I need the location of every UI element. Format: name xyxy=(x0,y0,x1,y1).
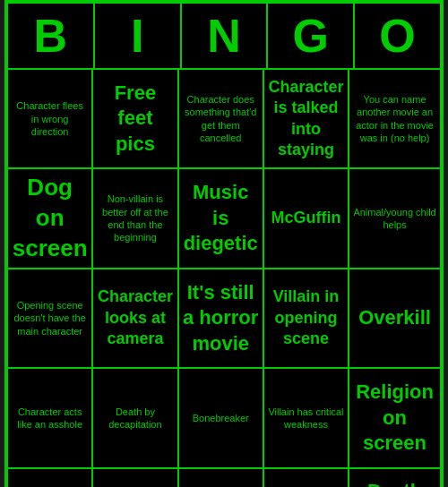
bingo-letter-N: N xyxy=(181,3,268,69)
bingo-cell-1[interactable]: Free feet pics xyxy=(92,69,177,168)
bingo-header: BINGO xyxy=(7,3,441,69)
bingo-cell-17[interactable]: Bonebreaker xyxy=(178,368,263,467)
bingo-cell-14[interactable]: Overkill xyxy=(349,269,441,368)
cell-text-4: You can name another movie an actor in t… xyxy=(353,93,436,144)
bingo-cell-2[interactable]: Character does something that'd get them… xyxy=(178,69,263,168)
bingo-cell-19[interactable]: Religion on screen xyxy=(349,368,441,467)
cell-text-18: Villain has critical weakness xyxy=(268,406,344,431)
cell-text-6: Non-villain is better off at the end tha… xyxy=(97,192,173,244)
bingo-letter-O: O xyxy=(354,3,441,69)
bingo-grid: Character flees in wrong directionFree f… xyxy=(7,69,441,487)
cell-text-5: Dog on screen xyxy=(12,173,88,263)
bingo-cell-22[interactable]: Death by poison/venom xyxy=(178,468,263,487)
bingo-card: BINGO Character flees in wrong direction… xyxy=(4,0,444,487)
bingo-cell-21[interactable]: Cut away from violence xyxy=(92,468,177,487)
cell-text-13: Villain in opening scene xyxy=(268,286,344,349)
bingo-letter-G: G xyxy=(267,3,354,69)
bingo-cell-12[interactable]: It's still a horror movie xyxy=(178,269,263,368)
cell-text-11: Character looks at camera xyxy=(97,286,173,349)
bingo-cell-15[interactable]: Character acts like an asshole xyxy=(7,368,92,467)
bingo-cell-24[interactable]: Death by shooting xyxy=(349,468,441,487)
bingo-letter-I: I xyxy=(94,3,181,69)
bingo-cell-4[interactable]: You can name another movie an actor in t… xyxy=(349,69,441,168)
bingo-cell-7[interactable]: Music is diegetic xyxy=(178,168,263,268)
bingo-cell-8[interactable]: McGuffin xyxy=(263,168,349,268)
bingo-cell-13[interactable]: Villain in opening scene xyxy=(263,269,349,368)
cell-text-14: Overkill xyxy=(358,305,431,331)
bingo-cell-9[interactable]: Animal/young child helps xyxy=(349,168,441,268)
bingo-cell-23[interactable]: Writer's barely disguised fetish xyxy=(263,468,349,487)
bingo-cell-10[interactable]: Opening scene doesn't have the main char… xyxy=(7,269,92,368)
bingo-cell-20[interactable]: Comedic fat guy xyxy=(7,468,92,487)
cell-text-19: Religion on screen xyxy=(353,380,436,457)
bingo-letter-B: B xyxy=(7,3,94,69)
cell-text-3: Character is talked into staying xyxy=(268,77,344,161)
bingo-cell-0[interactable]: Character flees in wrong direction xyxy=(7,69,92,168)
bingo-cell-6[interactable]: Non-villain is better off at the end tha… xyxy=(92,168,177,268)
cell-text-17: Bonebreaker xyxy=(193,412,249,424)
bingo-cell-3[interactable]: Character is talked into staying xyxy=(263,69,349,168)
cell-text-12: It's still a horror movie xyxy=(183,280,259,357)
cell-text-0: Character flees in wrong direction xyxy=(12,99,88,138)
cell-text-1: Free feet pics xyxy=(97,81,173,158)
cell-text-16: Death by decapitation xyxy=(97,406,173,431)
cell-text-7: Music is diegetic xyxy=(183,180,259,257)
bingo-cell-11[interactable]: Character looks at camera xyxy=(92,269,177,368)
cell-text-9: Animal/young child helps xyxy=(353,206,436,232)
cell-text-2: Character does something that'd get them… xyxy=(183,93,259,144)
bingo-cell-16[interactable]: Death by decapitation xyxy=(92,368,177,467)
bingo-cell-18[interactable]: Villain has critical weakness xyxy=(263,368,349,467)
cell-text-24: Death by shooting xyxy=(353,479,436,487)
cell-text-10: Opening scene doesn't have the main char… xyxy=(12,299,88,337)
cell-text-8: McGuffin xyxy=(271,208,340,228)
cell-text-15: Character acts like an asshole xyxy=(12,406,88,431)
bingo-cell-5[interactable]: Dog on screen xyxy=(7,168,92,268)
